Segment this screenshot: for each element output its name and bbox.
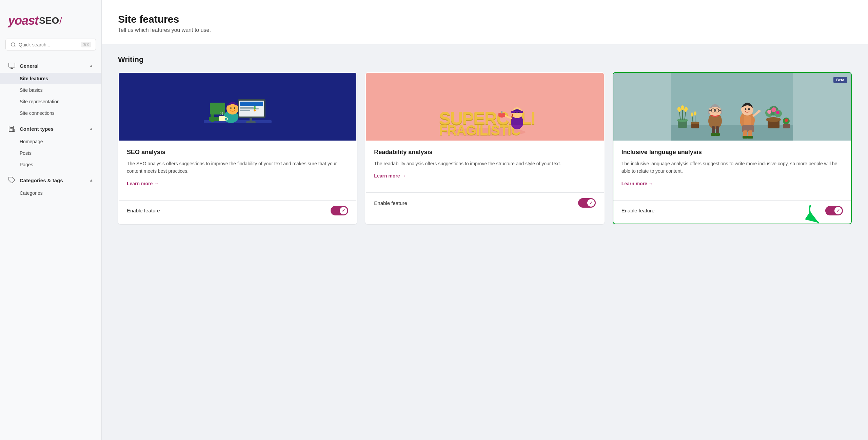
card-seo-image <box>119 73 356 141</box>
monitor-icon <box>8 62 16 69</box>
svg-point-36 <box>518 112 519 113</box>
svg-rect-19 <box>240 107 254 108</box>
page-subtitle: Tell us which features you want to use. <box>118 27 852 33</box>
card-readability-toggle-knob: ✓ <box>587 199 595 207</box>
svg-point-77 <box>748 108 750 110</box>
card-readability-divider <box>366 192 604 193</box>
card-readability-title: Readability analysis <box>374 149 595 156</box>
sidebar-item-site-features[interactable]: Site features <box>0 73 101 84</box>
card-inclusive-footer: Enable feature ✓ <box>613 206 851 224</box>
card-readability-image: SUPERCALI SUPERCALI FRAGILISTIC FRAGILIS… <box>366 73 604 141</box>
tag-icon <box>8 176 16 184</box>
sidebar-item-homepage[interactable]: Homepage <box>0 136 101 147</box>
card-inclusive-title: Inclusive language analysis <box>622 149 843 156</box>
card-inclusive-language: Beta Inclusive language analysis The inc… <box>613 72 852 224</box>
page-title: Site features <box>118 14 852 25</box>
svg-point-24 <box>254 109 256 111</box>
card-seo-enable-label: Enable feature <box>127 208 160 213</box>
svg-point-56 <box>694 111 696 116</box>
svg-rect-1 <box>9 63 15 67</box>
nav-section-general-header[interactable]: General ▲ <box>0 59 101 73</box>
nav-section-categories-tags-header[interactable]: Categories & tags ▲ <box>0 173 101 187</box>
nav-section-content-types: Content types ▲ Homepage Posts Pages <box>0 122 101 170</box>
svg-point-87 <box>776 111 780 114</box>
cards-grid: SEO analysis The SEO analysis offers sug… <box>118 72 852 224</box>
svg-rect-39 <box>501 111 502 113</box>
general-section-title: General <box>20 63 85 69</box>
card-readability-enable-label: Enable feature <box>374 200 407 206</box>
card-readability-learn-more[interactable]: Learn more → <box>374 173 406 179</box>
svg-point-12 <box>230 107 232 109</box>
card-seo-title: SEO analysis <box>127 149 348 156</box>
card-seo-toggle-knob: ✓ <box>340 207 347 214</box>
card-seo-analysis: SEO analysis The SEO analysis offers sug… <box>118 72 357 224</box>
logo-seo: SEO <box>39 15 59 26</box>
card-inclusive-enable-label: Enable feature <box>622 208 655 213</box>
svg-rect-15 <box>246 121 256 123</box>
search-input[interactable] <box>19 42 79 47</box>
sidebar-item-site-connections[interactable]: Site connections <box>0 107 101 119</box>
sidebar: yoast SEO / ⌘K General ▲ Site features S… <box>0 0 102 440</box>
beta-badge: Beta <box>833 77 847 83</box>
search-box[interactable]: ⌘K <box>5 39 96 50</box>
card-seo-body: SEO analysis The SEO analysis offers sug… <box>119 141 356 195</box>
search-icon <box>11 42 16 47</box>
inclusive-illustration <box>671 73 793 141</box>
nav-section-general: General ▲ Site features Site basics Site… <box>0 59 101 119</box>
logo-slash: / <box>59 15 62 26</box>
logo-yoast: yoast <box>8 14 38 28</box>
nav-section-content-types-header[interactable]: Content types ▲ <box>0 122 101 136</box>
svg-point-76 <box>745 108 747 110</box>
card-readability-body: Readability analysis The readability ana… <box>366 141 604 187</box>
card-inclusive-image: Beta <box>613 73 851 141</box>
sidebar-item-site-basics[interactable]: Site basics <box>0 84 101 96</box>
svg-rect-34 <box>511 111 523 113</box>
sidebar-item-site-representation[interactable]: Site representation <box>0 96 101 107</box>
svg-point-81 <box>766 117 781 122</box>
sidebar-item-pages[interactable]: Pages <box>0 159 101 170</box>
card-seo-footer: Enable feature ✓ <box>119 206 356 224</box>
svg-point-86 <box>771 107 776 112</box>
svg-rect-20 <box>240 108 259 109</box>
svg-rect-73 <box>743 136 748 139</box>
search-shortcut: ⌘K <box>81 42 91 47</box>
card-inclusive-toggle[interactable]: ✓ <box>825 206 843 215</box>
content-types-chevron-icon: ▲ <box>89 126 93 131</box>
svg-rect-69 <box>744 116 751 126</box>
card-seo-divider <box>119 200 356 201</box>
svg-rect-88 <box>783 124 790 128</box>
sidebar-item-posts[interactable]: Posts <box>0 147 101 159</box>
card-inclusive-learn-more[interactable]: Learn more → <box>622 181 653 186</box>
sidebar-item-categories[interactable]: Categories <box>0 187 101 199</box>
logo: yoast SEO / <box>0 8 101 39</box>
seo-illustration <box>183 73 292 141</box>
svg-point-40 <box>500 116 504 118</box>
general-chevron-icon: ▲ <box>89 63 93 68</box>
svg-rect-60 <box>711 133 716 136</box>
readability-illustration: SUPERCALI SUPERCALI FRAGILISTIC FRAGILIS… <box>431 73 539 141</box>
svg-point-54 <box>691 112 693 117</box>
main-content: Site features Tell us which features you… <box>102 0 868 440</box>
card-seo-learn-more[interactable]: Learn more → <box>127 181 159 186</box>
card-inclusive-toggle-knob: ✓ <box>834 207 842 214</box>
svg-point-79 <box>758 110 761 112</box>
nav-section-categories-tags: Categories & tags ▲ Categories <box>0 173 101 199</box>
content-types-section-title: Content types <box>20 126 85 132</box>
svg-point-35 <box>515 112 516 113</box>
svg-point-85 <box>767 110 771 114</box>
writing-section-title: Writing <box>118 55 852 64</box>
svg-text:FRAGILISTIC: FRAGILISTIC <box>439 123 520 138</box>
svg-point-13 <box>234 107 235 109</box>
card-readability-desc: The readability analysis offers suggesti… <box>374 160 595 167</box>
page-header: Site features Tell us which features you… <box>102 0 868 44</box>
card-readability-toggle[interactable]: ✓ <box>578 198 596 208</box>
svg-rect-21 <box>240 110 250 111</box>
card-seo-toggle[interactable]: ✓ <box>331 206 348 215</box>
document-icon <box>8 125 16 132</box>
svg-rect-18 <box>240 102 263 106</box>
categories-tags-section-title: Categories & tags <box>20 177 85 183</box>
svg-point-0 <box>11 43 15 46</box>
card-readability-footer: Enable feature ✓ <box>366 198 604 216</box>
svg-rect-61 <box>715 133 720 136</box>
categories-tags-chevron-icon: ▲ <box>89 178 93 183</box>
